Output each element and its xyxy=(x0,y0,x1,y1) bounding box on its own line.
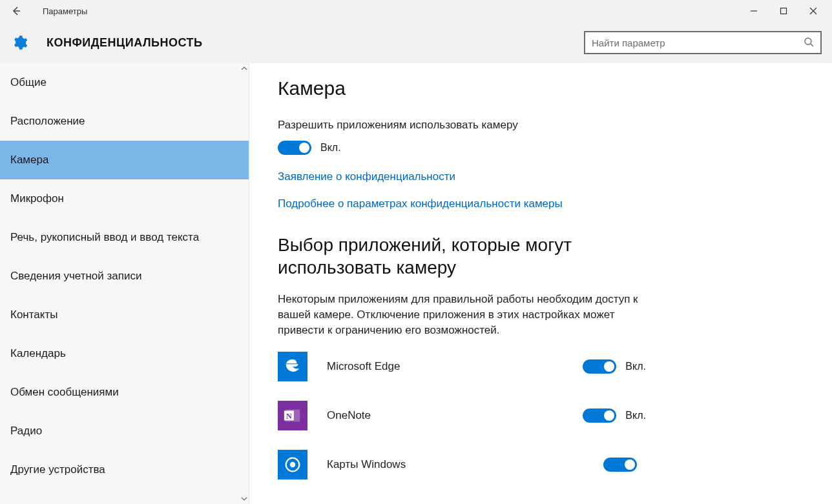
back-button[interactable] xyxy=(4,0,28,22)
svg-text:N: N xyxy=(286,412,292,421)
close-button[interactable] xyxy=(798,0,828,22)
titlebar: Параметры xyxy=(0,0,832,22)
app-toggle-state: Вкл. xyxy=(625,361,646,372)
sidebar-item[interactable]: Камера xyxy=(0,141,249,179)
app-row: Карты Windows xyxy=(278,450,646,479)
app-name-label: Карты Windows xyxy=(327,458,424,471)
sidebar: ОбщиеРасположениеКамераМикрофонРечь, рук… xyxy=(0,63,249,504)
chevron-up-icon xyxy=(241,66,247,71)
scroll-up-button[interactable] xyxy=(240,63,249,74)
search-box[interactable] xyxy=(584,31,822,54)
sidebar-item[interactable]: Расположение xyxy=(0,102,249,141)
minimize-button[interactable] xyxy=(739,0,769,22)
app-name-label: Microsoft Edge xyxy=(327,360,424,373)
category-title: КОНФИДЕНЦИАЛЬНОСТЬ xyxy=(47,36,202,50)
page-title: Камера xyxy=(278,77,813,99)
content-pane: Камера Разрешить приложениям использоват… xyxy=(249,63,832,504)
gear-icon xyxy=(9,32,30,53)
sidebar-item[interactable]: Обмен сообщениями xyxy=(0,373,249,412)
arrow-left-icon xyxy=(11,6,21,16)
scroll-down-button[interactable] xyxy=(240,494,249,504)
sidebar-item[interactable]: Общие xyxy=(0,63,249,102)
choose-apps-heading: Выбор приложений, которые могут использо… xyxy=(278,234,640,279)
app-toggle[interactable] xyxy=(583,359,616,374)
sidebar-item[interactable]: Контакты xyxy=(0,296,249,334)
app-icon xyxy=(278,352,307,381)
maximize-icon xyxy=(780,7,787,15)
app-toggle[interactable] xyxy=(583,408,616,423)
app-icon: N xyxy=(278,401,307,430)
maximize-button[interactable] xyxy=(769,0,798,22)
svg-rect-0 xyxy=(781,8,787,14)
allow-camera-label: Разрешить приложениям использовать камер… xyxy=(278,119,813,132)
app-row: Microsoft EdgeВкл. xyxy=(278,352,646,381)
app-row: NOneNoteВкл. xyxy=(278,401,646,430)
app-toggle-state: Вкл. xyxy=(625,410,646,421)
privacy-statement-link[interactable]: Заявление о конфиденциальности xyxy=(278,170,813,183)
sidebar-item[interactable]: Радио xyxy=(0,412,249,450)
app-toggle[interactable] xyxy=(603,458,637,472)
chevron-down-icon xyxy=(241,496,247,501)
minimize-icon xyxy=(750,7,758,15)
search-icon xyxy=(804,37,814,49)
camera-privacy-more-link[interactable]: Подробнее о параметрах конфиденциальност… xyxy=(278,197,813,210)
category-header: КОНФИДЕНЦИАЛЬНОСТЬ xyxy=(0,22,832,63)
app-icon xyxy=(278,450,307,479)
sidebar-item[interactable]: Сведения учетной записи xyxy=(0,257,249,296)
sidebar-item[interactable]: Речь, рукописный ввод и ввод текста xyxy=(0,218,249,257)
svg-point-6 xyxy=(290,462,295,467)
close-icon xyxy=(809,7,817,15)
sidebar-item[interactable]: Другие устройства xyxy=(0,450,249,489)
sidebar-item[interactable]: Микрофон xyxy=(0,179,249,218)
app-name-label: OneNote xyxy=(327,409,424,422)
allow-camera-toggle[interactable] xyxy=(278,141,311,155)
svg-point-1 xyxy=(805,38,811,45)
window-title: Параметры xyxy=(43,6,87,16)
search-input[interactable] xyxy=(592,37,804,48)
sidebar-item[interactable]: Календарь xyxy=(0,334,249,373)
window-controls xyxy=(739,0,828,22)
allow-camera-state: Вкл. xyxy=(320,142,341,154)
choose-apps-description: Некоторым приложениям для правильной раб… xyxy=(278,292,640,338)
